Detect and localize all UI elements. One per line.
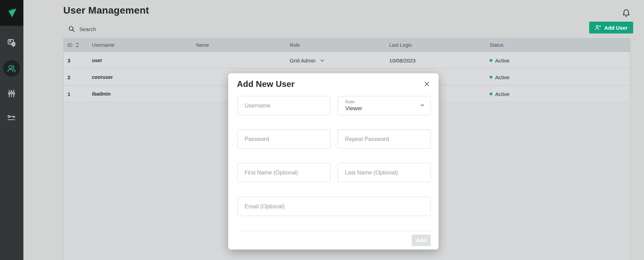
role-select-value: Viewer — [345, 105, 362, 112]
cell-status: Active — [490, 52, 509, 69]
first-name-field[interactable] — [237, 163, 331, 182]
cell-id: 1 — [67, 86, 70, 102]
column-header-username: Username — [92, 38, 115, 52]
user-management-screen: User Management Add User — [0, 0, 644, 260]
app-logo[interactable] — [0, 0, 23, 26]
table-header: ID Username Name Role Last Login Status — [64, 38, 630, 52]
repeat-password-field[interactable] — [338, 129, 431, 149]
bell-icon — [621, 8, 631, 18]
search-input[interactable] — [79, 26, 197, 32]
page-title: User Management — [63, 5, 149, 16]
cell-last-login: 10/08/2023 — [389, 52, 415, 69]
add-new-user-modal: Add New User Role Viewer Add — [228, 73, 439, 250]
password-field[interactable] — [237, 129, 331, 149]
table-row: 3 user Grid Admin 10/08/2023 Active — [64, 52, 630, 69]
row-role-select[interactable]: Grid Admin — [290, 52, 324, 69]
logo-icon — [5, 6, 19, 20]
status-dot-icon — [490, 59, 492, 62]
cell-id: 3 — [67, 52, 70, 69]
cell-status: Active — [490, 86, 509, 102]
cell-status: Active — [490, 69, 509, 86]
role-select[interactable]: Role Viewer — [338, 96, 431, 115]
status-dot-icon — [490, 92, 492, 95]
users-icon — [7, 64, 16, 73]
modal-title: Add New User — [237, 79, 295, 89]
sort-icon[interactable] — [76, 43, 79, 47]
sidebar-item-sites[interactable] — [3, 35, 20, 51]
sidebar — [0, 0, 23, 260]
column-header-id[interactable]: ID — [67, 38, 79, 52]
key-icon — [7, 113, 16, 122]
sidebar-item-settings[interactable] — [3, 85, 20, 102]
cell-id: 2 — [67, 69, 70, 86]
status-badge: Active — [495, 58, 509, 64]
add-user-label: Add User — [604, 25, 628, 31]
column-header-role: Role — [290, 38, 300, 52]
chevron-down-icon — [320, 59, 324, 62]
modal-add-button[interactable]: Add — [412, 235, 431, 246]
column-header-name: Name — [196, 38, 209, 52]
modal-close-button[interactable] — [422, 80, 431, 88]
email-field[interactable] — [237, 197, 431, 216]
sliders-icon — [7, 89, 16, 98]
search-bar — [68, 24, 215, 34]
status-dot-icon — [490, 76, 492, 79]
close-icon — [424, 81, 429, 87]
role-select-label: Role — [345, 99, 355, 104]
notifications-button[interactable] — [620, 7, 632, 19]
add-user-button[interactable]: Add User — [589, 22, 633, 34]
column-header-last-login: Last Login — [389, 38, 412, 52]
chevron-down-icon — [420, 104, 424, 106]
sidebar-item-keys[interactable] — [3, 110, 20, 126]
status-badge: Active — [495, 91, 509, 97]
sites-icon — [7, 38, 16, 47]
cell-username: cooruser — [92, 69, 113, 86]
username-field[interactable] — [237, 96, 331, 115]
last-name-field[interactable] — [338, 163, 431, 182]
cell-username: user — [92, 52, 102, 69]
modal-divider — [237, 231, 431, 231]
column-header-status: Status — [490, 38, 504, 52]
search-icon — [68, 25, 75, 32]
cell-username: ibadmin — [92, 86, 111, 102]
person-add-icon — [595, 24, 601, 31]
status-badge: Active — [495, 74, 509, 80]
sidebar-item-users[interactable] — [3, 60, 20, 77]
